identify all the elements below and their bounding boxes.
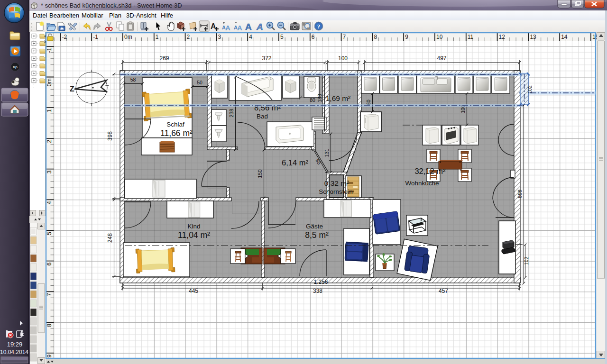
svg-text:* schönes Bad küchenblock.sh3d: * schönes Bad küchenblock.sh3d - Sweet H… [41, 2, 182, 9]
svg-text:9: 9 [46, 354, 53, 357]
svg-text:Z: Z [70, 85, 74, 93]
svg-text:102: 102 [524, 257, 529, 265]
svg-text:4: 4 [249, 34, 252, 40]
svg-text:A: A [237, 24, 242, 32]
svg-text:457: 457 [439, 288, 448, 294]
svg-text:10: 10 [436, 34, 443, 40]
svg-text:8: 8 [46, 324, 53, 327]
svg-text:1: 1 [156, 34, 159, 40]
svg-text:11,66 m²: 11,66 m² [160, 128, 193, 138]
svg-text:-1: -1 [93, 34, 98, 40]
svg-text:Hilfe: Hilfe [161, 12, 173, 19]
svg-text:372: 372 [262, 55, 271, 62]
svg-text:248: 248 [107, 233, 113, 243]
svg-text:238: 238 [229, 109, 234, 117]
svg-text:9: 9 [405, 34, 408, 40]
svg-text:5: 5 [280, 34, 284, 40]
svg-text:Schornstein: Schornstein [319, 188, 352, 195]
svg-text:11,04 m²: 11,04 m² [178, 230, 210, 240]
svg-text:Gäste: Gäste [306, 223, 323, 230]
svg-text:150: 150 [257, 169, 263, 178]
svg-text:13: 13 [530, 34, 536, 40]
svg-text:4: 4 [46, 201, 53, 204]
svg-text:Bad: Bad [257, 113, 268, 120]
svg-text:hp: hp [13, 65, 18, 69]
svg-text:32,12 m²: 32,12 m² [414, 167, 446, 175]
svg-text:3: 3 [218, 34, 221, 40]
svg-text:0,32 m²: 0,32 m² [324, 179, 349, 187]
svg-text:12: 12 [499, 34, 506, 40]
svg-text:2: 2 [46, 140, 53, 143]
svg-text:0m: 0m [46, 78, 53, 86]
svg-text:Plan: Plan [109, 12, 121, 19]
svg-text:8: 8 [374, 34, 377, 40]
svg-text:A: A [256, 22, 263, 32]
svg-text:183: 183 [317, 94, 322, 102]
svg-text:1,69 m²: 1,69 m² [326, 94, 351, 102]
svg-text:Wohnküche: Wohnküche [405, 180, 439, 187]
svg-text:-2: -2 [62, 34, 67, 40]
svg-text:102: 102 [527, 85, 533, 94]
svg-text:80: 80 [310, 97, 315, 103]
svg-text:100: 100 [338, 55, 348, 62]
svg-text:1.256: 1.256 [313, 279, 328, 285]
svg-text:5: 5 [46, 232, 53, 235]
svg-text:Schlaf: Schlaf [166, 121, 184, 128]
svg-text:6,14 m²: 6,14 m² [282, 158, 308, 167]
svg-text:398: 398 [107, 131, 113, 141]
svg-text:3D-Ansicht: 3D-Ansicht [126, 12, 156, 19]
svg-text:?: ? [317, 23, 321, 30]
svg-text:58: 58 [130, 77, 136, 82]
svg-text:338: 338 [313, 288, 322, 294]
svg-text:3: 3 [46, 170, 53, 173]
svg-text:Mobiliar: Mobiliar [82, 12, 103, 19]
svg-text:6: 6 [312, 34, 315, 40]
svg-text:445: 445 [189, 288, 198, 294]
svg-text:131: 131 [324, 149, 330, 157]
svg-text:8,5 m²: 8,5 m² [305, 230, 329, 240]
svg-text:699: 699 [517, 190, 523, 198]
svg-text:-1: -1 [46, 47, 53, 53]
svg-text:1: 1 [46, 109, 53, 112]
svg-text:7: 7 [46, 293, 53, 296]
svg-text:Bearbeiten: Bearbeiten [49, 12, 79, 19]
svg-text:10.04.2014: 10.04.2014 [0, 349, 28, 355]
svg-text:A: A [245, 22, 252, 32]
svg-text:269: 269 [159, 55, 169, 62]
svg-text:7: 7 [343, 34, 346, 40]
svg-text:6: 6 [46, 262, 53, 265]
svg-text:0m: 0m [124, 34, 132, 40]
svg-text:2: 2 [187, 34, 190, 40]
svg-text:50: 50 [197, 80, 202, 85]
svg-text:IMP: IMP [60, 28, 64, 31]
svg-text:Datei: Datei [33, 12, 47, 19]
svg-text:19:29: 19:29 [7, 341, 23, 348]
svg-text:11: 11 [468, 34, 474, 40]
svg-text:Kind: Kind [187, 223, 200, 230]
svg-text:A: A [225, 24, 230, 32]
svg-text:14: 14 [561, 34, 568, 40]
svg-text:497: 497 [437, 55, 446, 62]
